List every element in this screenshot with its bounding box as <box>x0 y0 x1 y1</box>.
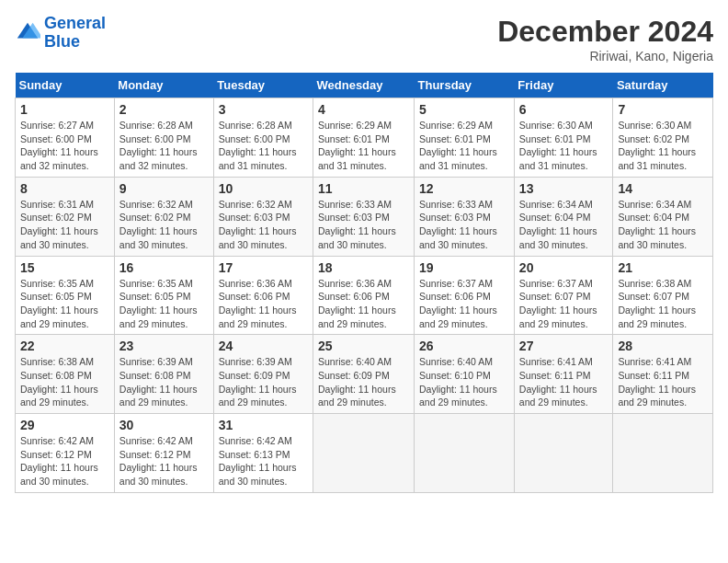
day-info: Sunrise: 6:31 AMSunset: 6:02 PMDaylight:… <box>20 198 109 252</box>
calendar-cell: 24Sunrise: 6:39 AMSunset: 6:09 PMDayligh… <box>213 335 313 414</box>
day-info: Sunrise: 6:42 AMSunset: 6:12 PMDaylight:… <box>20 434 109 488</box>
day-number: 25 <box>318 339 409 353</box>
day-number: 20 <box>519 260 609 275</box>
calendar-cell: 16Sunrise: 6:35 AMSunset: 6:05 PMDayligh… <box>114 256 213 335</box>
day-info: Sunrise: 6:36 AMSunset: 6:06 PMDaylight:… <box>318 277 409 331</box>
day-number: 10 <box>219 181 308 196</box>
calendar-cell: 19Sunrise: 6:37 AMSunset: 6:06 PMDayligh… <box>415 256 515 335</box>
day-number: 15 <box>20 260 109 275</box>
weekday-header-sunday: Sunday <box>16 73 115 98</box>
day-number: 5 <box>419 102 509 117</box>
day-number: 3 <box>219 102 308 117</box>
day-number: 7 <box>618 102 708 117</box>
day-number: 12 <box>419 181 509 196</box>
calendar-cell: 4Sunrise: 6:29 AMSunset: 6:01 PMDaylight… <box>313 98 415 178</box>
weekday-header-friday: Friday <box>514 73 613 98</box>
day-number: 23 <box>119 339 209 353</box>
day-number: 16 <box>119 260 209 275</box>
calendar-cell: 17Sunrise: 6:36 AMSunset: 6:06 PMDayligh… <box>213 256 313 335</box>
day-info: Sunrise: 6:28 AMSunset: 6:00 PMDaylight:… <box>219 119 308 173</box>
calendar-cell: 6Sunrise: 6:30 AMSunset: 6:01 PMDaylight… <box>514 98 613 178</box>
day-info: Sunrise: 6:33 AMSunset: 6:03 PMDaylight:… <box>419 198 509 252</box>
day-info: Sunrise: 6:39 AMSunset: 6:08 PMDaylight:… <box>119 355 209 409</box>
day-info: Sunrise: 6:28 AMSunset: 6:00 PMDaylight:… <box>119 119 209 173</box>
day-info: Sunrise: 6:34 AMSunset: 6:04 PMDaylight:… <box>519 198 609 252</box>
weekday-header-thursday: Thursday <box>415 73 515 98</box>
day-number: 19 <box>419 260 509 275</box>
logo-icon <box>15 20 40 46</box>
day-info: Sunrise: 6:29 AMSunset: 6:01 PMDaylight:… <box>318 119 409 173</box>
day-info: Sunrise: 6:37 AMSunset: 6:06 PMDaylight:… <box>419 277 509 331</box>
day-info: Sunrise: 6:36 AMSunset: 6:06 PMDaylight:… <box>219 277 308 331</box>
calendar-cell: 5Sunrise: 6:29 AMSunset: 6:01 PMDaylight… <box>415 98 515 178</box>
day-number: 21 <box>618 260 708 275</box>
day-info: Sunrise: 6:38 AMSunset: 6:08 PMDaylight:… <box>20 355 109 409</box>
day-info: Sunrise: 6:41 AMSunset: 6:11 PMDaylight:… <box>519 355 609 409</box>
day-info: Sunrise: 6:30 AMSunset: 6:01 PMDaylight:… <box>519 119 609 173</box>
day-number: 24 <box>219 339 308 353</box>
calendar-cell: 26Sunrise: 6:40 AMSunset: 6:10 PMDayligh… <box>415 335 515 414</box>
calendar-cell: 31Sunrise: 6:42 AMSunset: 6:13 PMDayligh… <box>213 414 313 493</box>
day-number: 1 <box>20 102 109 117</box>
day-number: 11 <box>318 181 409 196</box>
calendar-cell: 21Sunrise: 6:38 AMSunset: 6:07 PMDayligh… <box>613 256 713 335</box>
logo-general: General <box>44 14 106 32</box>
day-info: Sunrise: 6:37 AMSunset: 6:07 PMDaylight:… <box>519 277 609 331</box>
calendar-week-row: 8Sunrise: 6:31 AMSunset: 6:02 PMDaylight… <box>16 177 713 256</box>
calendar-cell: 10Sunrise: 6:32 AMSunset: 6:03 PMDayligh… <box>213 177 313 256</box>
day-info: Sunrise: 6:29 AMSunset: 6:01 PMDaylight:… <box>419 119 509 173</box>
location-subtitle: Ririwai, Kano, Nigeria <box>497 49 713 63</box>
day-number: 2 <box>119 102 209 117</box>
weekday-header-monday: Monday <box>114 73 213 98</box>
day-number: 13 <box>519 181 609 196</box>
day-info: Sunrise: 6:32 AMSunset: 6:02 PMDaylight:… <box>119 198 209 252</box>
calendar-header-row: SundayMondayTuesdayWednesdayThursdayFrid… <box>16 73 713 98</box>
day-info: Sunrise: 6:27 AMSunset: 6:00 PMDaylight:… <box>20 119 109 173</box>
day-info: Sunrise: 6:40 AMSunset: 6:09 PMDaylight:… <box>318 355 409 409</box>
title-block: December 2024 Ririwai, Kano, Nigeria <box>497 15 713 63</box>
day-info: Sunrise: 6:41 AMSunset: 6:11 PMDaylight:… <box>618 355 708 409</box>
calendar-cell: 12Sunrise: 6:33 AMSunset: 6:03 PMDayligh… <box>415 177 515 256</box>
day-info: Sunrise: 6:30 AMSunset: 6:02 PMDaylight:… <box>618 119 708 173</box>
calendar-cell: 14Sunrise: 6:34 AMSunset: 6:04 PMDayligh… <box>613 177 713 256</box>
calendar-cell <box>313 414 415 493</box>
logo: General Blue <box>15 15 106 52</box>
day-info: Sunrise: 6:38 AMSunset: 6:07 PMDaylight:… <box>618 277 708 331</box>
day-info: Sunrise: 6:39 AMSunset: 6:09 PMDaylight:… <box>219 355 308 409</box>
calendar-cell <box>415 414 515 493</box>
day-number: 9 <box>119 181 209 196</box>
day-info: Sunrise: 6:42 AMSunset: 6:13 PMDaylight:… <box>219 434 308 488</box>
day-number: 26 <box>419 339 509 353</box>
day-number: 6 <box>519 102 609 117</box>
day-info: Sunrise: 6:33 AMSunset: 6:03 PMDaylight:… <box>318 198 409 252</box>
calendar-cell: 13Sunrise: 6:34 AMSunset: 6:04 PMDayligh… <box>514 177 613 256</box>
day-number: 17 <box>219 260 308 275</box>
calendar-week-row: 1Sunrise: 6:27 AMSunset: 6:00 PMDaylight… <box>16 98 713 178</box>
calendar-cell <box>514 414 613 493</box>
weekday-header-saturday: Saturday <box>613 73 713 98</box>
calendar-week-row: 22Sunrise: 6:38 AMSunset: 6:08 PMDayligh… <box>16 335 713 414</box>
calendar-cell: 29Sunrise: 6:42 AMSunset: 6:12 PMDayligh… <box>16 414 115 493</box>
calendar-week-row: 29Sunrise: 6:42 AMSunset: 6:12 PMDayligh… <box>16 414 713 493</box>
calendar-cell: 23Sunrise: 6:39 AMSunset: 6:08 PMDayligh… <box>114 335 213 414</box>
month-title: December 2024 <box>497 15 713 49</box>
day-number: 22 <box>20 339 109 353</box>
page-header: General Blue December 2024 Ririwai, Kano… <box>15 15 713 63</box>
calendar-cell: 20Sunrise: 6:37 AMSunset: 6:07 PMDayligh… <box>514 256 613 335</box>
day-info: Sunrise: 6:35 AMSunset: 6:05 PMDaylight:… <box>20 277 109 331</box>
calendar-cell <box>613 414 713 493</box>
calendar-cell: 9Sunrise: 6:32 AMSunset: 6:02 PMDaylight… <box>114 177 213 256</box>
day-info: Sunrise: 6:34 AMSunset: 6:04 PMDaylight:… <box>618 198 708 252</box>
day-number: 8 <box>20 181 109 196</box>
calendar-cell: 8Sunrise: 6:31 AMSunset: 6:02 PMDaylight… <box>16 177 115 256</box>
weekday-header-wednesday: Wednesday <box>313 73 415 98</box>
day-info: Sunrise: 6:42 AMSunset: 6:12 PMDaylight:… <box>119 434 209 488</box>
day-number: 28 <box>618 339 708 353</box>
calendar-cell: 1Sunrise: 6:27 AMSunset: 6:00 PMDaylight… <box>16 98 115 178</box>
day-number: 31 <box>219 418 308 432</box>
calendar-cell: 28Sunrise: 6:41 AMSunset: 6:11 PMDayligh… <box>613 335 713 414</box>
day-info: Sunrise: 6:40 AMSunset: 6:10 PMDaylight:… <box>419 355 509 409</box>
calendar-table: SundayMondayTuesdayWednesdayThursdayFrid… <box>15 73 713 493</box>
calendar-cell: 15Sunrise: 6:35 AMSunset: 6:05 PMDayligh… <box>16 256 115 335</box>
calendar-cell: 30Sunrise: 6:42 AMSunset: 6:12 PMDayligh… <box>114 414 213 493</box>
